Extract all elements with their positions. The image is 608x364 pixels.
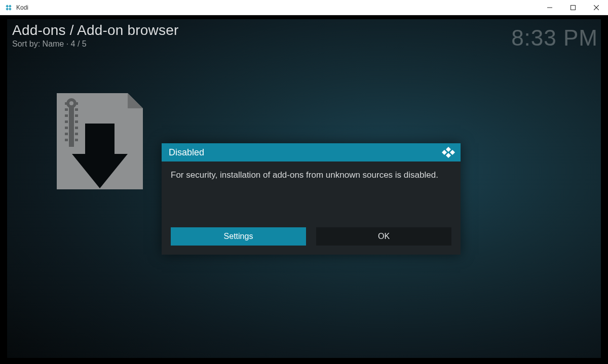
kodi-logo-icon xyxy=(441,146,455,158)
svg-rect-18 xyxy=(75,127,78,129)
ok-button-label: OK xyxy=(378,232,390,241)
clock: 8:33 PM xyxy=(511,25,598,51)
dialog-footer: Settings OK xyxy=(162,222,461,255)
zip-install-icon xyxy=(52,93,145,194)
svg-marker-28 xyxy=(446,153,451,158)
dialog-header: Disabled xyxy=(162,143,461,161)
window-controls xyxy=(538,0,608,15)
settings-button[interactable]: Settings xyxy=(171,227,306,246)
settings-button-label: Settings xyxy=(224,232,253,241)
svg-rect-21 xyxy=(65,139,68,141)
svg-rect-1 xyxy=(6,5,9,8)
breadcrumb: Add-ons / Add-on browser Sort by: Name ·… xyxy=(12,22,179,49)
ok-button[interactable]: OK xyxy=(316,227,451,246)
svg-rect-2 xyxy=(9,8,12,11)
svg-rect-14 xyxy=(75,114,78,117)
minimize-button[interactable] xyxy=(538,0,561,15)
sort-status-line: Sort by: Name · 4 / 5 xyxy=(12,39,179,49)
svg-rect-16 xyxy=(75,120,78,123)
svg-rect-22 xyxy=(75,139,78,141)
svg-rect-5 xyxy=(571,5,576,10)
svg-rect-15 xyxy=(65,120,68,123)
svg-rect-12 xyxy=(75,108,78,111)
svg-point-24 xyxy=(69,101,73,105)
svg-rect-19 xyxy=(65,133,68,135)
svg-rect-3 xyxy=(6,8,9,11)
svg-marker-26 xyxy=(442,150,447,155)
dialog-message: For security, installation of add-ons fr… xyxy=(171,170,451,181)
window-titlebar: Kodi xyxy=(0,0,608,15)
kodi-background: Add-ons / Add-on browser Sort by: Name ·… xyxy=(7,19,601,358)
dialog-title: Disabled xyxy=(169,147,204,158)
window-title: Kodi xyxy=(16,4,28,11)
kodi-viewport: Add-ons / Add-on browser Sort by: Name ·… xyxy=(0,15,608,364)
svg-rect-17 xyxy=(65,127,68,129)
svg-rect-0 xyxy=(9,5,12,8)
svg-rect-13 xyxy=(65,114,68,117)
svg-marker-27 xyxy=(450,150,455,155)
kodi-logo-icon xyxy=(4,3,13,12)
page-title: Add-ons / Add-on browser xyxy=(12,22,179,38)
maximize-button[interactable] xyxy=(561,0,585,15)
disabled-dialog: Disabled For security, installation of a… xyxy=(162,143,461,255)
svg-marker-25 xyxy=(446,147,451,152)
svg-rect-11 xyxy=(65,108,68,111)
dialog-body: For security, installation of add-ons fr… xyxy=(162,161,461,222)
close-button[interactable] xyxy=(585,0,608,15)
svg-rect-20 xyxy=(75,133,78,135)
